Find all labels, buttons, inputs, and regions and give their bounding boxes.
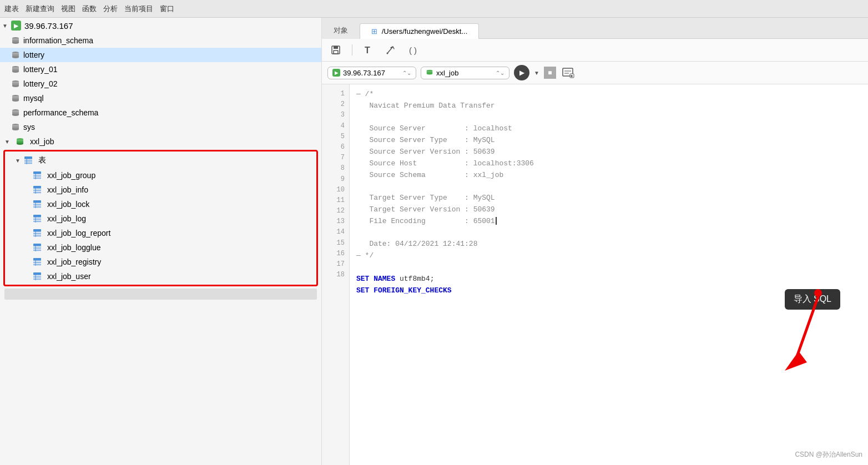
db-icon-lottery bbox=[11, 50, 20, 59]
table-icon-log-report bbox=[33, 229, 42, 237]
menu-fenxi[interactable]: 分析 bbox=[103, 4, 118, 14]
connection-selector[interactable]: ▶ 39.96.73.167 ⌃⌄ bbox=[327, 67, 416, 79]
sidebar: ▼ ▶ 39.96.73.167 information_schema lott… bbox=[0, 18, 322, 465]
db-name-sys: sys bbox=[23, 123, 35, 132]
code-lines[interactable]: — /* Navicat Premium Data Transfer Sourc… bbox=[350, 84, 868, 465]
menu-chuangkou[interactable]: 窗口 bbox=[160, 4, 174, 14]
line-num-15: 15 bbox=[322, 238, 349, 249]
sidebar-item-lottery[interactable]: lottery bbox=[0, 48, 321, 62]
db-name-mysql: mysql bbox=[23, 94, 44, 103]
menu-xinjianchaxun[interactable]: 新建查询 bbox=[26, 4, 54, 14]
sidebar-table-xxl-job-user[interactable]: xxl_job_user bbox=[5, 269, 316, 284]
editor-toolbar: T ( ) bbox=[322, 39, 868, 62]
watermark: CSDN @孙治AllenSun bbox=[795, 450, 862, 459]
db-name-performance-schema: performance_schema bbox=[23, 108, 98, 117]
sidebar-item-mysql[interactable]: mysql bbox=[0, 91, 321, 105]
tab-icon-table: ⊞ bbox=[371, 27, 377, 36]
sidebar-server[interactable]: ▼ ▶ 39.96.73.167 bbox=[0, 18, 321, 33]
line-num-14: 14 bbox=[322, 227, 349, 237]
run-button[interactable]: ▶ bbox=[514, 65, 529, 80]
db-icon-performance bbox=[11, 108, 20, 117]
run-icon: ▶ bbox=[519, 69, 524, 77]
svg-rect-45 bbox=[33, 244, 41, 246]
parentheses-button[interactable]: ( ) bbox=[405, 42, 421, 58]
sidebar-table-xxl-job-lock[interactable]: xxl_job_lock bbox=[5, 197, 316, 211]
tabs-bar: 对象 ⊞ /Users/fuzhengwei/Deskt... bbox=[322, 18, 868, 39]
table-icon-user bbox=[33, 272, 42, 281]
database-selector[interactable]: xxl_job ⌃⌄ bbox=[421, 67, 509, 79]
tab-file-label: /Users/fuzhengwei/Deskt... bbox=[382, 27, 468, 36]
tab-file[interactable]: ⊞ /Users/fuzhengwei/Deskt... bbox=[360, 23, 479, 39]
server-label: 39.96.73.167 bbox=[24, 21, 73, 31]
format-text-button[interactable]: T bbox=[360, 42, 377, 58]
line-num-4: 4 bbox=[322, 121, 349, 132]
right-panel: 对象 ⊞ /Users/fuzhengwei/Deskt... T ( ) bbox=[322, 18, 868, 465]
db-icon-sys bbox=[11, 123, 20, 132]
code-line-16 bbox=[356, 262, 861, 274]
sidebar-item-lottery-02[interactable]: lottery_02 bbox=[0, 77, 321, 91]
connection-server-icon: ▶ bbox=[332, 69, 340, 77]
import-sql-tooltip: 导入 SQL bbox=[785, 289, 840, 310]
table-name-xxl-job-info: xxl_job_info bbox=[47, 185, 88, 194]
svg-rect-57 bbox=[33, 272, 41, 275]
menu-hanshu[interactable]: 函数 bbox=[82, 4, 97, 14]
server-icon: ▶ bbox=[11, 21, 21, 31]
database-chevron: ⌃⌄ bbox=[496, 70, 504, 76]
svg-rect-64 bbox=[334, 50, 338, 54]
menu-shitu[interactable]: 视图 bbox=[61, 4, 75, 14]
tab-objects-label: 对象 bbox=[334, 26, 348, 34]
table-name-xxl-job-group: xxl_job_group bbox=[47, 171, 95, 180]
server-chevron: ▼ bbox=[2, 23, 8, 29]
menu-dangqian[interactable]: 当前项目 bbox=[124, 4, 153, 14]
database-label: xxl_job bbox=[436, 69, 458, 77]
database-selector-icon bbox=[426, 69, 433, 77]
table-section-box: ▼ 表 bbox=[3, 150, 318, 286]
code-line-4: Source Server : localhost bbox=[356, 123, 861, 135]
xxl-job-chevron: ▼ bbox=[4, 139, 10, 145]
table-name-xxl-job-log: xxl_job_log bbox=[47, 214, 86, 223]
code-editor[interactable]: 1 2 3 4 5 6 7 8 9 10 11 12 13 14 15 16 1… bbox=[322, 84, 868, 465]
sidebar-item-information-schema[interactable]: information_schema bbox=[0, 33, 321, 48]
sidebar-item-xxl-job[interactable]: ▼ xxl_job bbox=[0, 134, 321, 149]
table-name-xxl-job-logglue: xxl_job_logglue bbox=[47, 243, 101, 252]
run-dropdown-button[interactable]: ▼ bbox=[534, 70, 539, 76]
stop-button[interactable]: ■ bbox=[544, 67, 556, 79]
line-num-3: 3 bbox=[322, 110, 349, 120]
table-name-xxl-job-lock: xxl_job_lock bbox=[47, 200, 89, 209]
sidebar-table-xxl-job-log[interactable]: xxl_job_log bbox=[5, 211, 316, 226]
sidebar-table-xxl-job-group[interactable]: xxl_job_group bbox=[5, 168, 316, 183]
code-line-2: Navicat Premium Data Transfer bbox=[356, 100, 861, 112]
sidebar-table-xxl-job-registry[interactable]: xxl_job_registry bbox=[5, 255, 316, 269]
sidebar-table-xxl-job-logglue[interactable]: xxl_job_logglue bbox=[5, 240, 316, 255]
table-icon-registry bbox=[33, 257, 42, 266]
stop-icon: ■ bbox=[544, 67, 556, 79]
code-line-7: Source Host : localhost:3306 bbox=[356, 158, 861, 170]
magic-button[interactable] bbox=[382, 42, 399, 58]
connection-chevron: ⌃⌄ bbox=[402, 70, 411, 76]
code-line-6: Source Server Version : 50639 bbox=[356, 146, 861, 158]
sidebar-item-sys[interactable]: sys bbox=[0, 120, 321, 134]
line-num-16: 16 bbox=[322, 249, 349, 259]
menu-jianbiao[interactable]: 建表 bbox=[4, 4, 19, 14]
code-line-14: Date: 04/12/2021 12:41:28 bbox=[356, 239, 861, 250]
line-num-1: 1 bbox=[322, 89, 349, 99]
db-icon-xxl-job bbox=[16, 137, 24, 146]
svg-rect-51 bbox=[33, 258, 41, 260]
sidebar-item-performance-schema[interactable]: performance_schema bbox=[0, 105, 321, 120]
connection-bar: ▶ 39.96.73.167 ⌃⌄ xxl_job ⌃⌄ ▶ ▼ ■ bbox=[322, 62, 868, 84]
parentheses-icon: ( ) bbox=[409, 46, 417, 55]
sidebar-table-group[interactable]: ▼ 表 bbox=[5, 153, 316, 168]
sidebar-table-xxl-job-log-report[interactable]: xxl_job_log_report bbox=[5, 226, 316, 240]
code-line-9 bbox=[356, 181, 861, 193]
line-num-17: 17 bbox=[322, 259, 349, 270]
table-icon-group bbox=[33, 171, 42, 180]
db-name-information-schema: information_schema bbox=[23, 36, 93, 45]
export-button[interactable] bbox=[561, 66, 576, 79]
tab-objects[interactable]: 对象 bbox=[322, 22, 360, 39]
sidebar-item-lottery-01[interactable]: lottery_01 bbox=[0, 62, 321, 77]
sidebar-table-xxl-job-info[interactable]: xxl_job_info bbox=[5, 183, 316, 197]
code-line-12: File Encoding : 65001 bbox=[356, 216, 861, 228]
save-button[interactable] bbox=[327, 42, 344, 58]
table-icon-info bbox=[33, 185, 42, 194]
main-content: ▼ ▶ 39.96.73.167 information_schema lott… bbox=[0, 18, 868, 465]
